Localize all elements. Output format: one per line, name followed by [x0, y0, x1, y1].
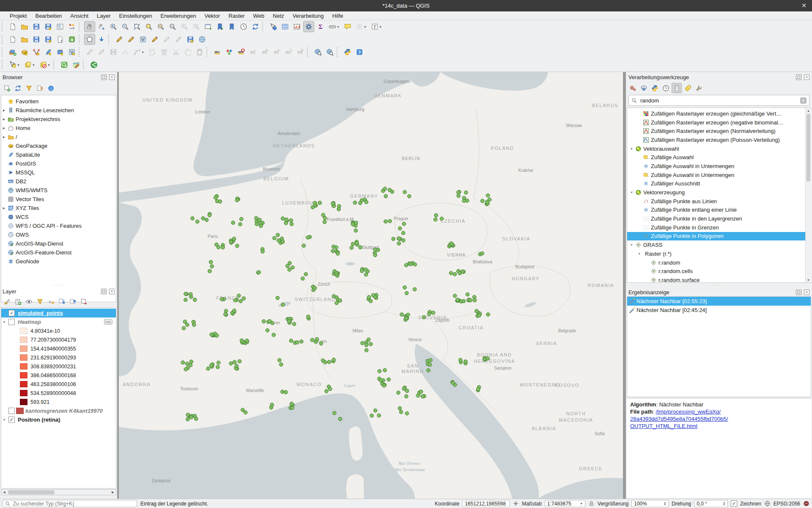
browser-item-wfs-ogc-api-features[interactable]: WFS / OGC API - Features: [1, 221, 116, 230]
toolbar-handle[interactable]: [83, 60, 87, 69]
dropdown-arrow-icon[interactable]: ▼: [364, 25, 367, 28]
toolbar-handle[interactable]: [2, 60, 6, 69]
dropdown-arrow-icon[interactable]: ▼: [32, 64, 35, 66]
expander-icon[interactable]: ▶: [1, 127, 7, 130]
project-properties-button[interactable]: [55, 34, 66, 45]
algorithm-item-zuf-lligen-rasterlayer-erzeugen-negative-binominal[interactable]: Zufälligen Rasterlayer erzeugen (negativ…: [627, 118, 811, 127]
open-attribute-table-button[interactable]: [280, 21, 291, 32]
scrollbar-thumb[interactable]: [8, 490, 55, 494]
clear-search-icon[interactable]: ✕: [800, 97, 807, 104]
help-contents-button[interactable]: ?: [354, 47, 365, 58]
zoom-to-layer-button[interactable]: [155, 21, 166, 32]
rotate-label-button[interactable]: abc: [283, 47, 294, 58]
properties-widget-button[interactable]: i: [46, 83, 56, 93]
copy-features-button[interactable]: [182, 47, 193, 58]
expander-icon[interactable]: ▼: [629, 191, 634, 194]
layer-item-simulated-points[interactable]: ✓simulated_points: [1, 309, 116, 318]
current-edits-button[interactable]: [84, 47, 95, 58]
python-console-button[interactable]: [342, 47, 353, 58]
python-scripts-button[interactable]: [650, 83, 660, 93]
identify-osm-button[interactable]: [324, 47, 335, 58]
layer-item-positron-retina[interactable]: ▼✓Positron (retina): [1, 415, 116, 424]
menu-web[interactable]: Web: [250, 12, 269, 20]
undo-edits-button[interactable]: [161, 34, 172, 45]
algorithm-item-zuf-llige-auswahl-in-untermengen[interactable]: Zufällige Auswahl in Untermengen: [627, 162, 811, 171]
new-shapefile-layer-button[interactable]: [31, 47, 42, 58]
toolbar-handle[interactable]: [2, 22, 6, 31]
algorithm-item-zuf-llige-punkte-in-grenzen[interactable]: Zufällige Punkte in Grenzen: [627, 223, 811, 232]
move-feature-button[interactable]: [96, 34, 107, 45]
filter-by-expression-button[interactable]: ε: [46, 296, 56, 306]
close-window-button[interactable]: ✕: [800, 2, 808, 9]
zoom-out-button[interactable]: [120, 21, 131, 32]
output-file-link-1[interactable]: /tmp/processing_wwEqXq/: [656, 409, 721, 415]
zoom-to-selection-button[interactable]: [143, 21, 154, 32]
browser-item-favoriten[interactable]: Favoriten: [1, 97, 116, 106]
add-feature-button[interactable]: [120, 47, 131, 58]
menu-raster[interactable]: Raster: [225, 12, 248, 20]
toolbar-handle[interactable]: [79, 22, 83, 31]
save-project-button[interactable]: [31, 21, 42, 32]
collapse-all-button[interactable]: [35, 83, 45, 93]
measure-button[interactable]: ▼: [327, 21, 341, 32]
menu-erweiterungen[interactable]: Erweiterungen: [157, 12, 200, 20]
sync-layer-button[interactable]: [197, 34, 208, 45]
move-label-button[interactable]: abc: [271, 47, 282, 58]
add-group-button[interactable]: [13, 296, 23, 306]
change-label-button[interactable]: abc: [295, 47, 306, 58]
panel-splitter[interactable]: ······: [626, 283, 812, 287]
algorithm-item-vektorerzeugung[interactable]: ▼Vektorerzeugung: [627, 188, 811, 197]
results-close-icon[interactable]: ×: [804, 290, 809, 295]
render-checkbox[interactable]: ✓: [731, 500, 737, 507]
new-page-button[interactable]: [7, 34, 18, 45]
layer-checkbox[interactable]: [8, 408, 15, 414]
identify-maptiler-button[interactable]: [313, 47, 324, 58]
label-visibility-button[interactable]: abc: [259, 47, 270, 58]
layer-indicator-button[interactable]: [104, 319, 112, 325]
layer-checkbox[interactable]: [8, 319, 15, 325]
layer-close-icon[interactable]: ×: [109, 289, 115, 294]
browser-float-icon[interactable]: [101, 75, 107, 80]
save-project-as-button[interactable]: [43, 21, 54, 32]
dropdown-arrow-icon[interactable]: ▼: [379, 25, 382, 28]
browser-item-item[interactable]: ▶/: [1, 133, 116, 141]
output-file-link-2[interactable]: 28a4393dd7d5495e8a704455fbd700b5/: [630, 416, 728, 422]
toolbar-handle[interactable]: [2, 47, 6, 57]
scroll-left-icon[interactable]: ◀: [1, 491, 7, 494]
rotation-spinbox[interactable]: 0,0 °▲▼: [694, 500, 728, 507]
algorithm-item-zuf-lliger-ausschnitt[interactable]: Zufälliger Ausschnitt: [627, 179, 811, 188]
toolbar-handle[interactable]: [337, 47, 341, 57]
filter-browser-button[interactable]: [24, 83, 34, 93]
cut-features-button[interactable]: [170, 47, 181, 58]
algorithm-item-raster-r[interactable]: ▼Raster (r.*): [627, 249, 811, 258]
select-features-button[interactable]: ▼: [7, 59, 22, 70]
lock-scale-icon[interactable]: [588, 500, 595, 507]
messages-icon[interactable]: [803, 500, 809, 507]
algorithm-item-zuf-lligen-rasterlayer-erzeugen-poisson-verteilung[interactable]: Zufälligen Rasterlayer erzeugen (Poisson…: [627, 135, 811, 144]
toolbar-handle[interactable]: [262, 22, 266, 31]
pin-labels-button[interactable]: abc: [236, 47, 247, 58]
refresh-browser-button[interactable]: [13, 83, 23, 93]
highlight-labels-button[interactable]: abc: [247, 47, 258, 58]
browser-item-mssql[interactable]: MSSQL: [1, 168, 116, 177]
menu-bearbeiten[interactable]: Bearbeiten: [31, 12, 66, 20]
scale-combobox[interactable]: 1:7483675▼: [545, 500, 585, 507]
save-button[interactable]: [31, 34, 42, 45]
new-virtual-layer-button[interactable]: [66, 47, 77, 58]
expander-icon[interactable]: ▼: [629, 243, 634, 246]
browser-item-wms-wmts[interactable]: WMS/WMTS: [1, 186, 116, 195]
delete-selected-button[interactable]: [159, 47, 170, 58]
browser-item-vector-tiles[interactable]: Vector Tiles: [1, 195, 116, 204]
extents-icon[interactable]: [513, 500, 519, 507]
digitize-regular-button[interactable]: [149, 34, 160, 45]
toggle-editing-button[interactable]: [96, 47, 107, 58]
results-float-icon[interactable]: [796, 290, 801, 295]
algorithm-item-zuf-llige-auswahl[interactable]: ?Zufällige Auswahl: [627, 153, 811, 162]
layer-item-kantonsgrenzen-k4kant19970[interactable]: kantonsgrenzen K4kant19970: [1, 406, 116, 415]
output-file-link-3[interactable]: OUTPUT_HTML_FILE.html: [630, 423, 697, 429]
result-item[interactable]: Nächster Nachbar [02:45:24]: [627, 306, 811, 315]
toolbar-handle[interactable]: [2, 35, 6, 44]
browser-item-arcgis-feature-dienst[interactable]: ArcGIS-Feature-Dienst: [1, 248, 116, 257]
r-scripts-button[interactable]: R: [639, 83, 649, 93]
expander-icon[interactable]: ▶: [1, 109, 7, 112]
